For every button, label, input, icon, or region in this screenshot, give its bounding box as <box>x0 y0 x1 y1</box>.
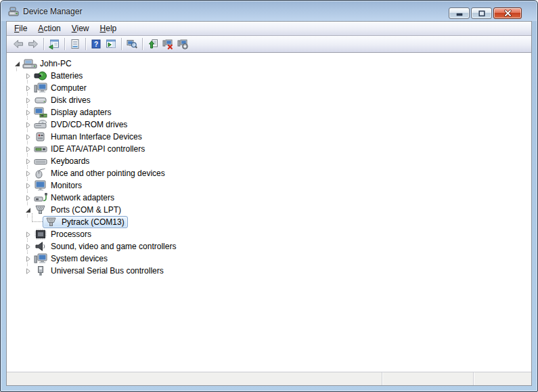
tree-item-label: Processors <box>50 230 92 239</box>
processor-icon <box>33 229 48 240</box>
minimize-button[interactable] <box>449 7 470 19</box>
menu-item-help[interactable]: Help <box>95 22 122 35</box>
tree-item-body[interactable]: Human Interface Devices <box>32 131 145 143</box>
update-driver-button[interactable] <box>145 37 160 51</box>
tree-item-label: Keyboards <box>50 156 90 166</box>
toolbar-separator <box>142 38 143 50</box>
tree-expander-collapsed[interactable] <box>24 133 32 141</box>
tree-item-universal-serial-bus-controllers[interactable]: Universal Serial Bus controllers <box>11 265 531 277</box>
tree-item-body[interactable]: Computer <box>32 82 90 94</box>
tree-item-body[interactable]: Display adapters <box>32 106 114 118</box>
toolbar-separator <box>121 38 122 50</box>
tree-item-label: Disk drives <box>50 95 91 105</box>
tree-item-body[interactable]: Sound, video and game controllers <box>32 240 179 253</box>
minimize-icon <box>455 10 464 17</box>
action-pane-icon <box>106 39 116 49</box>
tree-item-keyboards[interactable]: Keyboards <box>11 155 531 167</box>
tree-item-body[interactable]: Keyboards <box>32 155 93 167</box>
tree-expander-collapsed[interactable] <box>24 108 32 116</box>
menu-item-view[interactable]: View <box>66 22 95 35</box>
show-console-tree-button[interactable] <box>47 37 62 51</box>
tree-item-mice-and-other-pointing-devices[interactable]: Mice and other pointing devices <box>11 167 531 179</box>
status-bar <box>7 372 531 385</box>
tree-expander-collapsed[interactable] <box>24 157 32 165</box>
tree-item-body[interactable]: Network adapters <box>32 192 118 204</box>
tree-expander-collapsed[interactable] <box>24 267 32 275</box>
tree-item-display-adapters[interactable]: Display adapters <box>11 106 531 118</box>
tree-expander-collapsed[interactable] <box>24 181 32 190</box>
menu-item-file[interactable]: File <box>9 22 32 35</box>
tree-item-label: John-PC <box>39 59 72 68</box>
tree-expander-collapsed[interactable] <box>24 255 32 263</box>
tree-item-body[interactable]: Batteries <box>32 70 86 82</box>
tree-expander-collapsed[interactable] <box>24 242 32 251</box>
tree-item-ports-com-lpt[interactable]: Ports (COM & LPT) <box>11 204 531 216</box>
battery-icon <box>33 70 48 81</box>
tree-item-monitors[interactable]: Monitors <box>11 179 531 192</box>
tree-item-pytrack-com13[interactable]: Pytrack (COM13) <box>11 216 531 228</box>
monitor-icon <box>33 180 48 191</box>
back-button[interactable] <box>11 37 26 51</box>
close-button[interactable] <box>493 7 522 19</box>
svg-text:?: ? <box>94 41 98 48</box>
tree-selection[interactable]: Pytrack (COM13) <box>43 216 128 228</box>
system-device-icon <box>33 253 48 264</box>
tree-item-body[interactable]: John-PC <box>21 58 75 70</box>
tree-item-body[interactable]: Disk drives <box>32 94 94 106</box>
tree-expander-collapsed[interactable] <box>24 96 32 104</box>
tree-expander-expanded[interactable] <box>24 206 32 214</box>
tree-expander-collapsed[interactable] <box>24 230 32 238</box>
tree-item-body[interactable]: Processors <box>32 228 95 240</box>
tree-item-body[interactable]: System devices <box>32 253 111 265</box>
device-manager-icon <box>8 6 19 17</box>
tree-expander-collapsed[interactable] <box>24 145 32 153</box>
tree-item-network-adapters[interactable]: Network adapters <box>11 192 531 204</box>
tree-item-label: Ports (COM & LPT) <box>50 205 122 215</box>
tree-item-processors[interactable]: Processors <box>11 228 531 240</box>
tree-item-body[interactable]: IDE ATA/ATAPI controllers <box>32 143 148 155</box>
toolbar-separator <box>85 38 86 50</box>
tree-item-label: Mice and other pointing devices <box>50 169 166 178</box>
back-arrow-icon <box>12 39 24 49</box>
tree-item-dvd-cd-rom-drives[interactable]: DVD/CD-ROM drives <box>11 118 531 131</box>
maximize-button[interactable] <box>471 7 492 19</box>
maximize-icon <box>478 10 486 17</box>
tree-item-body[interactable]: Universal Serial Bus controllers <box>32 265 167 277</box>
tree-item-body[interactable]: Monitors <box>32 179 85 192</box>
tree-item-system-devices[interactable]: System devices <box>11 253 531 265</box>
forward-arrow-icon <box>27 39 39 49</box>
menu-bar: FileActionViewHelp <box>7 22 531 36</box>
tree-expander-collapsed[interactable] <box>24 194 32 202</box>
uninstall-button[interactable] <box>160 37 175 51</box>
scan-hardware-changes-button[interactable] <box>125 37 139 51</box>
tree-item-sound-video-and-game-controllers[interactable]: Sound, video and game controllers <box>11 240 531 253</box>
properties-button[interactable] <box>68 37 83 51</box>
tree-item-body[interactable]: Ports (COM & LPT) <box>32 204 125 216</box>
usb-icon <box>33 265 48 276</box>
computer-root-icon <box>22 58 37 69</box>
tree-item-ide-ata-atapi-controllers[interactable]: IDE ATA/ATAPI controllers <box>11 143 531 155</box>
uninstall-icon <box>162 39 173 49</box>
tree-expander-collapsed[interactable] <box>24 84 32 92</box>
tree-item-john-pc[interactable]: John-PC <box>11 58 531 70</box>
show-action-pane-button[interactable] <box>104 37 118 51</box>
tree-item-batteries[interactable]: Batteries <box>11 70 531 82</box>
menu-item-action[interactable]: Action <box>32 22 66 35</box>
help-button[interactable]: ? <box>89 37 104 51</box>
device-manager-window: Device Manager FileActionViewHelp ? John… <box>0 0 538 392</box>
forward-button[interactable] <box>26 37 41 51</box>
tree-item-human-interface-devices[interactable]: Human Interface Devices <box>11 131 531 143</box>
tree-expander-expanded[interactable] <box>13 60 21 68</box>
tree-item-computer[interactable]: Computer <box>11 82 531 94</box>
console-tree-icon <box>49 39 60 49</box>
tree-expander-collapsed[interactable] <box>24 121 32 129</box>
titlebar[interactable]: Device Manager <box>1 1 537 21</box>
tree-item-disk-drives[interactable]: Disk drives <box>11 94 531 106</box>
tree-item-body[interactable]: DVD/CD-ROM drives <box>32 118 131 131</box>
scan-hardware-icon <box>127 39 137 49</box>
tree-item-label: IDE ATA/ATAPI controllers <box>50 144 145 154</box>
tree-expander-collapsed[interactable] <box>24 169 32 177</box>
tree-expander-collapsed[interactable] <box>24 72 32 80</box>
tree-item-body[interactable]: Mice and other pointing devices <box>32 167 169 179</box>
disable-device-button[interactable] <box>175 37 190 51</box>
